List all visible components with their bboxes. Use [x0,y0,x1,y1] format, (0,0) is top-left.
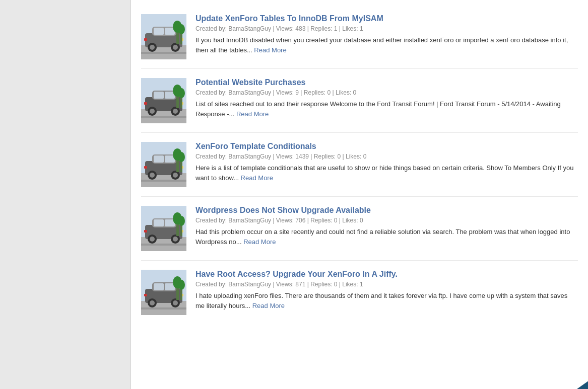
svg-point-25 [150,109,155,114]
svg-rect-5 [154,28,164,35]
post-item: Update XenForo Tables To InnoDB From MyI… [141,5,578,69]
svg-rect-70 [141,307,186,309]
svg-point-84 [178,280,185,290]
post-body: Potential Website Purchases Created by: … [195,78,578,119]
post-thumbnail [141,142,186,187]
read-more-link[interactable]: Read More [236,110,269,118]
post-thumbnail [141,78,186,123]
page-wrapper: Update XenForo Tables To InnoDB From MyI… [0,0,588,389]
car-thumbnail-svg [141,78,186,123]
car-thumbnail-svg [141,206,186,251]
post-title[interactable]: Wordpress Does Not Show Upgrade Availabl… [195,206,578,215]
read-more-link[interactable]: Read More [252,302,285,309]
post-thumbnail [141,14,186,59]
svg-point-10 [173,45,178,50]
left-sidebar [0,0,131,389]
svg-rect-80 [144,294,147,296]
post-body: Update XenForo Tables To InnoDB From MyI… [195,14,578,55]
read-more-link[interactable]: Read More [254,46,286,54]
svg-point-59 [150,237,155,242]
post-title[interactable]: Have Root Access? Upgrade Your XenForo I… [195,270,578,279]
post-thumbnail [141,206,186,251]
post-meta: Created by: BamaStangGuy | Views: 1439 |… [195,153,578,160]
svg-point-16 [178,24,185,34]
svg-rect-63 [144,230,147,232]
post-item: Have Root Access? Upgrade Your XenForo I… [141,261,578,324]
svg-rect-29 [144,102,147,105]
svg-rect-2 [141,52,186,54]
svg-rect-53 [141,244,186,246]
svg-rect-39 [154,155,164,163]
svg-rect-12 [144,38,147,41]
car-thumbnail-svg [141,142,186,187]
svg-point-44 [173,173,178,178]
post-excerpt: Had this problem occur on a site recentl… [195,227,578,247]
read-more-link[interactable]: Read More [241,174,273,182]
post-title[interactable]: XenForo Template Conditionals [195,142,578,151]
post-item: XenForo Template Conditionals Created by… [141,133,578,197]
post-thumbnail [141,270,186,315]
post-excerpt: If you had InnoDB disabled when you crea… [195,35,578,55]
svg-point-61 [173,237,178,242]
svg-point-8 [150,45,155,50]
main-content: Update XenForo Tables To InnoDB From MyI… [131,0,588,389]
post-excerpt: List of sites reached out to and their r… [195,99,578,119]
post-list: Update XenForo Tables To InnoDB From MyI… [141,5,578,324]
post-body: XenForo Template Conditionals Created by… [195,142,578,183]
svg-rect-73 [154,283,164,290]
svg-point-76 [150,300,155,305]
svg-point-42 [150,173,155,178]
read-more-link[interactable]: Read More [243,238,276,246]
post-title[interactable]: Update XenForo Tables To InnoDB From MyI… [195,14,578,23]
svg-point-67 [178,216,185,226]
svg-rect-19 [141,116,186,118]
post-title[interactable]: Potential Website Purchases [195,78,578,87]
post-body: Wordpress Does Not Show Upgrade Availabl… [195,206,578,247]
post-meta: Created by: BamaStangGuy | Views: 706 | … [195,217,578,224]
svg-rect-36 [141,180,186,182]
svg-point-27 [173,109,178,114]
car-thumbnail-svg [141,14,186,59]
post-excerpt: I hate uploading xenForo files. There ar… [195,291,578,310]
svg-rect-46 [144,166,147,169]
post-item: Potential Website Purchases Created by: … [141,69,578,133]
post-meta: Created by: BamaStangGuy | Views: 9 | Re… [195,89,578,96]
svg-rect-56 [154,219,164,226]
svg-point-78 [173,300,178,305]
car-thumbnail-svg [141,270,186,315]
post-body: Have Root Access? Upgrade Your XenForo I… [195,270,578,310]
post-meta: Created by: BamaStangGuy | Views: 871 | … [195,281,578,288]
svg-point-50 [178,152,185,162]
post-meta: Created by: BamaStangGuy | Views: 483 | … [195,25,578,32]
post-item: Wordpress Does Not Show Upgrade Availabl… [141,197,578,261]
svg-point-33 [178,88,185,98]
post-excerpt: Here is a list of template conditionals … [195,163,578,183]
svg-rect-22 [154,92,164,99]
